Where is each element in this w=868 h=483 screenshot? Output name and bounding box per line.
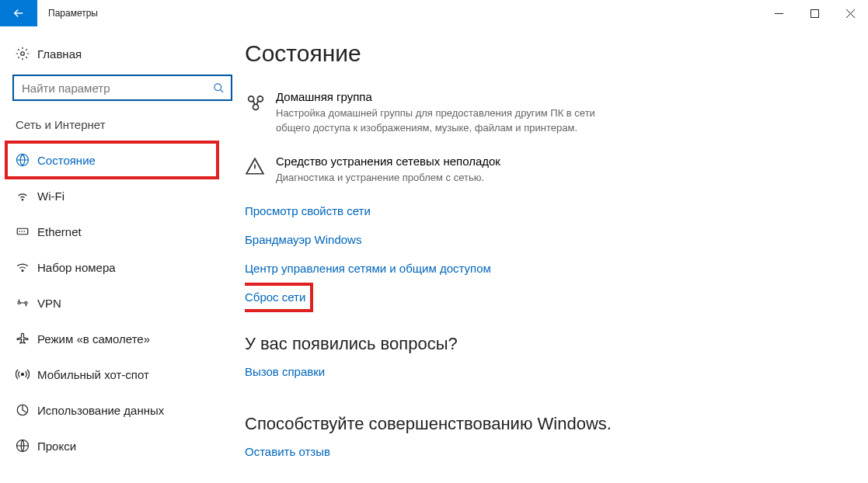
sidebar-item-label: Режим «в самолете» <box>37 332 150 346</box>
svg-rect-5 <box>17 228 28 235</box>
window-title: Параметры <box>37 0 761 26</box>
sidebar-item-label: Прокси <box>37 440 76 453</box>
sidebar-item-ethernet[interactable]: Ethernet <box>0 214 245 249</box>
link-help[interactable]: Вызов справки <box>245 365 325 378</box>
warning-icon <box>245 155 276 186</box>
vpn-icon <box>16 296 37 310</box>
homegroup-desc: Настройка домашней группы для предоставл… <box>276 106 610 136</box>
questions-title: У вас появились вопросы? <box>245 334 837 354</box>
airplane-icon <box>16 332 37 346</box>
sidebar-item-label: Wi-Fi <box>37 189 64 203</box>
globe-icon <box>16 153 37 167</box>
sidebar-home-label: Главная <box>37 47 82 61</box>
svg-point-2 <box>214 83 221 90</box>
svg-point-4 <box>22 200 23 201</box>
title-bar: Параметры <box>0 0 868 26</box>
sidebar-item-hotspot[interactable]: Мобильный хот-спот <box>0 356 245 392</box>
window-controls <box>761 0 868 26</box>
sidebar-item-vpn[interactable]: VPN <box>0 285 245 321</box>
search-icon <box>213 82 225 94</box>
homegroup-option[interactable]: Домашняя группа Настройка домашней групп… <box>245 90 837 136</box>
close-icon <box>846 9 855 18</box>
homegroup-title: Домашняя группа <box>276 90 837 103</box>
link-firewall[interactable]: Брандмауэр Windows <box>245 233 361 246</box>
page-title: Состояние <box>245 40 837 67</box>
svg-point-14 <box>253 104 259 109</box>
sidebar-home[interactable]: Главная <box>0 42 245 65</box>
troubleshoot-desc: Диагностика и устранение проблем с сетью… <box>276 171 610 186</box>
svg-point-6 <box>22 270 23 272</box>
sidebar-item-label: VPN <box>37 297 61 310</box>
sidebar-item-label: Набор номера <box>37 261 116 274</box>
sidebar-item-label: Использование данных <box>37 404 164 417</box>
close-button[interactable] <box>832 0 868 26</box>
wifi-icon <box>16 189 37 203</box>
sidebar-category: Сеть и Интернет <box>0 118 245 133</box>
back-button[interactable] <box>0 0 37 26</box>
homegroup-icon <box>245 90 276 136</box>
main-panel: Состояние Домашняя группа Настройка дома… <box>245 26 868 483</box>
arrow-left-icon <box>12 6 26 20</box>
minimize-button[interactable] <box>761 0 797 26</box>
sidebar-item-label: Ethernet <box>37 225 82 238</box>
troubleshoot-option[interactable]: Средство устранения сетевых неполадок Ди… <box>245 155 837 186</box>
sidebar-item-wifi[interactable]: Wi-Fi <box>0 178 245 214</box>
svg-point-1 <box>21 52 25 56</box>
sidebar-item-status[interactable]: Состояние <box>0 142 245 178</box>
link-feedback[interactable]: Оставить отзыв <box>245 445 330 458</box>
sidebar-item-dialup[interactable]: Набор номера <box>0 249 245 285</box>
sidebar-item-airplane[interactable]: Режим «в самолете» <box>0 321 245 356</box>
sidebar-item-data[interactable]: Использование данных <box>0 392 245 428</box>
svg-rect-0 <box>810 9 818 17</box>
link-share-center[interactable]: Центр управления сетями и общим доступом <box>245 262 491 275</box>
svg-point-9 <box>22 374 24 376</box>
feedback-title: Способствуйте совершенствованию Windows. <box>245 414 837 434</box>
ethernet-icon <box>16 224 37 238</box>
gear-icon <box>16 47 37 61</box>
link-reset-network[interactable]: Сброс сети <box>245 290 305 304</box>
troubleshoot-title: Средство устранения сетевых неполадок <box>276 155 837 168</box>
search-input[interactable] <box>14 82 231 95</box>
sidebar-item-label: Мобильный хот-спот <box>37 368 149 381</box>
maximize-icon <box>810 9 819 18</box>
maximize-button[interactable] <box>797 0 832 26</box>
dialup-icon <box>16 260 37 274</box>
minimize-icon <box>775 9 783 18</box>
search-box[interactable] <box>12 75 232 101</box>
data-usage-icon <box>16 403 37 417</box>
svg-point-7 <box>18 302 20 304</box>
link-view-props[interactable]: Просмотр свойств сети <box>245 204 371 217</box>
sidebar: Главная Сеть и Интернет Состояние Wi-Fi <box>0 26 245 483</box>
hotspot-icon <box>16 367 37 381</box>
sidebar-item-proxy[interactable]: Прокси <box>0 428 245 464</box>
proxy-icon <box>16 439 37 453</box>
svg-point-8 <box>25 302 27 304</box>
sidebar-item-label: Состояние <box>37 154 96 167</box>
